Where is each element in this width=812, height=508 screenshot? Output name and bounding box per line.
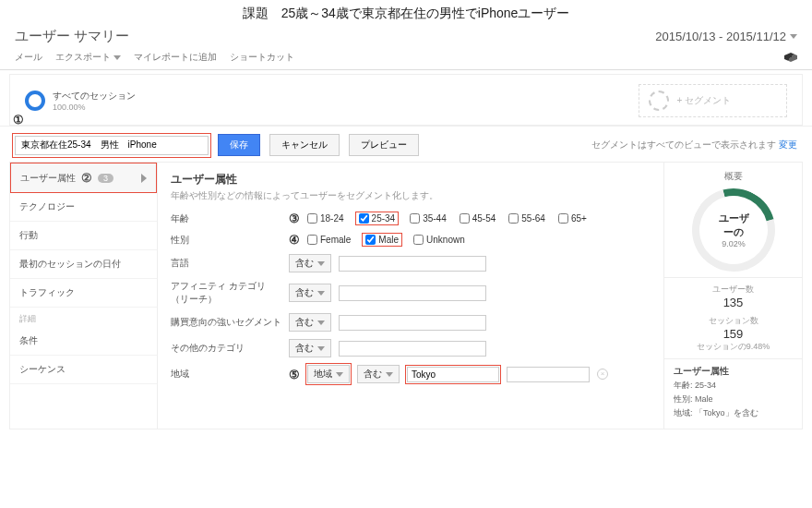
- stat-sessions-sub: セッションの9.48%: [674, 341, 793, 353]
- segment-bar: すべてのセッション 100.00% + セグメント: [9, 74, 803, 126]
- remove-icon[interactable]: ×: [597, 369, 608, 380]
- sidebar-item-label: 最初のセッションの日付: [19, 258, 121, 271]
- region-input-2[interactable]: [507, 367, 590, 382]
- stat-sessions: セッション数 159 セッションの9.48%: [674, 315, 793, 353]
- sidebar-item-label: ユーザー属性: [20, 172, 76, 185]
- marker-3: ③: [289, 212, 300, 225]
- language-input[interactable]: [339, 256, 486, 272]
- toolbar-mail[interactable]: メール: [15, 51, 42, 64]
- gauge-label: ユーザーの 9.02%: [716, 212, 750, 248]
- toolbar-shortcut[interactable]: ショートカット: [230, 51, 294, 64]
- chevron-down-icon: [113, 55, 121, 60]
- row-affinity: アフィニティ カテゴリ（リーチ） 含む: [171, 280, 651, 306]
- save-button[interactable]: 保存: [218, 134, 260, 156]
- segment-label: すべてのセッション: [53, 90, 136, 103]
- page-title: ユーザー サマリー: [15, 28, 129, 45]
- dd-region-match[interactable]: 含む: [357, 365, 400, 383]
- panel-subtitle: 年齢や性別などの情報によってユーザーをセグメント化します。: [171, 189, 651, 202]
- summary-panel: 概要 ユーザーの 9.02% ユーザー数 135 セッション数 159 セッショ…: [663, 163, 802, 429]
- change-link[interactable]: 変更: [779, 139, 797, 150]
- chevron-down-icon: [317, 291, 325, 296]
- sidebar-item-demographics[interactable]: ユーザー属性 ② 3: [10, 163, 157, 193]
- sidebar-item-first-session[interactable]: 最初のセッションの日付: [10, 250, 157, 279]
- sidebar-item-traffic[interactable]: トラフィック: [10, 279, 157, 308]
- label-inmarket: 購買意向の強いセグメント: [171, 316, 281, 329]
- region-input[interactable]: [407, 367, 499, 382]
- label-gender: 性別: [171, 234, 281, 247]
- dd-region-dimension[interactable]: 地域: [307, 365, 350, 383]
- label-age: 年齢: [171, 212, 281, 225]
- sidebar-item-conditions[interactable]: 条件: [10, 327, 157, 356]
- age-18-24[interactable]: 18-24: [307, 213, 344, 224]
- gender-female[interactable]: Female: [307, 235, 351, 245]
- sidebar-detail-head: 詳細: [10, 308, 157, 327]
- stat-sessions-num: 159: [674, 327, 793, 341]
- sidebar: ユーザー属性 ② 3 テクノロジー 行動 最初のセッションの日付 トラフィック …: [10, 163, 158, 429]
- summary-kv-age: 年齢: 25-34: [674, 380, 793, 392]
- row-gender: 性別 ④ Female Male Unknown: [171, 233, 651, 247]
- segment-name-input[interactable]: [15, 136, 209, 155]
- gauge-pct: 9.02%: [716, 239, 750, 248]
- segment-sub: 100.00%: [53, 103, 136, 112]
- panel-title: ユーザー属性: [171, 172, 651, 187]
- sidebar-item-sequences[interactable]: シーケンス: [10, 356, 157, 384]
- toolbar-add-report[interactable]: マイレポートに追加: [134, 51, 217, 64]
- label-affinity: アフィニティ カテゴリ（リーチ）: [171, 280, 281, 306]
- sidebar-item-label: テクノロジー: [19, 200, 75, 213]
- task-title: 課題 25歳～34歳で東京都在住の男性でiPhoneユーザー: [0, 0, 812, 24]
- donut-blue-icon: [25, 91, 45, 111]
- inmarket-input[interactable]: [339, 315, 486, 331]
- chevron-down-icon: [386, 372, 393, 377]
- date-range-text: 2015/10/13 - 2015/11/12: [655, 30, 786, 43]
- sidebar-item-label: 行動: [19, 229, 38, 242]
- preview-button[interactable]: プレビュー: [349, 134, 419, 156]
- date-range-picker[interactable]: 2015/10/13 - 2015/11/12: [655, 30, 797, 43]
- summary-kv-region: 地域: 「Tokyo」を含む: [674, 407, 793, 419]
- chevron-down-icon: [336, 372, 343, 377]
- row-region: 地域 ⑤ 地域 含む ×: [171, 365, 651, 383]
- dd-affinity-match[interactable]: 含む: [289, 284, 331, 302]
- age-35-44[interactable]: 35-44: [410, 213, 447, 224]
- dd-other-match[interactable]: 含む: [289, 339, 331, 357]
- chevron-down-icon: [317, 346, 325, 351]
- dd-inmarket-match[interactable]: 含む: [289, 313, 331, 332]
- gauge-chart: ユーザーの 9.02%: [676, 174, 790, 287]
- stat-users-num: 135: [674, 296, 793, 309]
- marker-4: ④: [289, 233, 300, 247]
- segment-scope-note: セグメントはすべてのビューで表示されます 変更: [591, 139, 797, 151]
- sidebar-item-behavior[interactable]: 行動: [10, 222, 157, 250]
- age-45-54[interactable]: 45-54: [460, 213, 496, 224]
- dd-language-match[interactable]: 含む: [289, 254, 331, 272]
- marker-2: ②: [81, 171, 92, 185]
- age-55-64[interactable]: 55-64: [508, 213, 545, 224]
- toolbar-export[interactable]: エクスポート: [55, 51, 121, 64]
- gender-unknown[interactable]: Unknown: [413, 235, 465, 245]
- main-panel: ユーザー属性 年齢や性別などの情報によってユーザーをセグメント化します。 年齢 …: [158, 163, 663, 429]
- other-input[interactable]: [339, 341, 486, 357]
- row-other: その他のカテゴリ 含む: [171, 339, 651, 357]
- education-icon[interactable]: [784, 53, 797, 62]
- age-25-34[interactable]: 25-34: [357, 213, 398, 224]
- segment-all-sessions[interactable]: すべてのセッション 100.00%: [25, 90, 136, 112]
- sidebar-item-technology[interactable]: テクノロジー: [10, 193, 157, 222]
- gender-male[interactable]: Male: [364, 235, 400, 245]
- chevron-down-icon: [790, 34, 797, 39]
- marker-1: ①: [13, 113, 24, 127]
- chevron-down-icon: [317, 321, 325, 325]
- sidebar-item-label: シーケンス: [19, 363, 66, 376]
- stat-users: ユーザー数 135: [674, 284, 793, 309]
- donut-grey-icon: [649, 91, 669, 111]
- segment-add[interactable]: + セグメント: [639, 84, 787, 117]
- row-age: 年齢 ③ 18-24 25-34 35-44 45-54 55-64 65+: [171, 212, 651, 225]
- chevron-down-icon: [317, 261, 325, 266]
- age-65plus[interactable]: 65+: [558, 213, 587, 224]
- cancel-button[interactable]: キャンセル: [269, 134, 340, 156]
- summary-head: 概要: [674, 170, 793, 183]
- row-inmarket: 購買意向の強いセグメント 含む: [171, 313, 651, 332]
- affinity-input[interactable]: [339, 285, 486, 301]
- stat-sessions-label: セッション数: [674, 315, 793, 327]
- label-region: 地域: [171, 368, 281, 381]
- sidebar-item-label: 条件: [19, 334, 38, 347]
- marker-5: ⑤: [289, 368, 300, 381]
- sidebar-badge: 3: [98, 174, 113, 183]
